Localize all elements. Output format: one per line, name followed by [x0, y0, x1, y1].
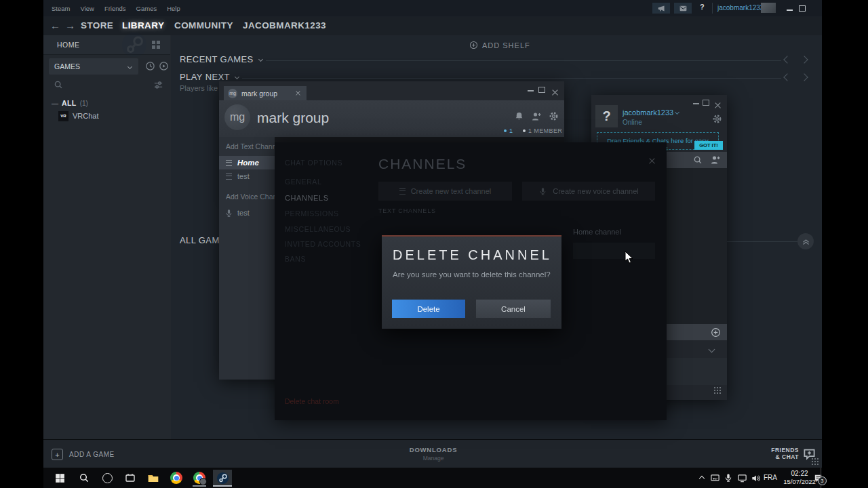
- file-explorer-button[interactable]: [145, 470, 161, 486]
- group-avatar[interactable]: mg: [224, 104, 250, 130]
- steam-taskbar-button[interactable]: [213, 470, 232, 486]
- shelf-play-next[interactable]: PLAY NEXT: [180, 72, 239, 82]
- chrome-profile-button[interactable]: [191, 470, 208, 486]
- settings-nav-chat-options[interactable]: CHAT OPTIONS: [285, 159, 342, 167]
- shelf-next-icon[interactable]: [800, 56, 808, 63]
- tab-profile[interactable]: JACOBMARK1233: [243, 20, 326, 30]
- create-voice-channel-button[interactable]: Create new voice channel: [522, 182, 655, 201]
- close-tab-icon[interactable]: [296, 91, 300, 96]
- member-count-text: 1 MEMBER: [528, 127, 562, 134]
- filter-icon[interactable]: [153, 80, 163, 90]
- voice-channel-test[interactable]: test: [219, 206, 275, 220]
- channel-home[interactable]: Home: [219, 156, 275, 169]
- tab-store[interactable]: STORE: [81, 20, 113, 30]
- menu-view[interactable]: View: [80, 5, 94, 12]
- delete-button[interactable]: Delete: [392, 300, 465, 318]
- friends-username[interactable]: jacobmark1233: [623, 108, 679, 117]
- scroll-to-top-button[interactable]: [797, 233, 814, 249]
- home-channel-dropdown[interactable]: [573, 243, 655, 259]
- close-button[interactable]: [715, 102, 721, 108]
- search-input[interactable]: [66, 79, 149, 91]
- maximize-button[interactable]: [703, 100, 709, 106]
- minimize-button[interactable]: [693, 103, 699, 104]
- tab-library[interactable]: LIBRARY: [122, 20, 164, 30]
- delete-chat-room-link[interactable]: Delete chat room: [285, 397, 339, 405]
- add-text-channel-button[interactable]: Add Text Channel: [226, 142, 275, 150]
- tray-volume[interactable]: [747, 470, 764, 486]
- chevron-down-icon[interactable]: [709, 346, 715, 353]
- resize-grip[interactable]: [811, 458, 819, 466]
- add-game-button[interactable]: + ADD A GAME: [52, 449, 115, 460]
- notification-badge: 3: [818, 476, 827, 485]
- settings-nav-general[interactable]: GENERAL: [285, 178, 321, 186]
- settings-nav-bans[interactable]: BANS: [285, 255, 306, 263]
- chrome-button[interactable]: [168, 470, 184, 486]
- friends-chat-button[interactable]: FRIENDS & CHAT: [754, 447, 799, 460]
- menu-games[interactable]: Games: [136, 5, 157, 12]
- ready-to-play-icon[interactable]: [159, 61, 169, 71]
- settings-nav-invited-accounts[interactable]: INVITED ACCOUNTS: [285, 240, 361, 248]
- add-voice-channel-button[interactable]: Add Voice Channel: [226, 192, 275, 201]
- mail-button[interactable]: [674, 3, 692, 14]
- collections-dropdown[interactable]: GAMES: [49, 58, 138, 75]
- create-text-channel-button[interactable]: Create new text channel: [378, 182, 512, 201]
- add-friend-icon[interactable]: [710, 155, 721, 165]
- downloads-status[interactable]: DOWNLOADS Manage: [403, 446, 464, 462]
- mouse-cursor: [625, 251, 634, 264]
- home-row[interactable]: HOME: [43, 35, 170, 55]
- menu-help[interactable]: Help: [167, 5, 180, 12]
- cortana-button[interactable]: [99, 470, 115, 486]
- vrchat-game-icon: VR: [58, 111, 68, 121]
- shelf-prev-icon[interactable]: [783, 56, 791, 63]
- maximize-button[interactable]: [538, 87, 545, 93]
- menu-steam[interactable]: Steam: [52, 5, 70, 12]
- settings-nav-permissions[interactable]: PERMISSIONS: [285, 209, 339, 218]
- menu-friends[interactable]: Friends: [104, 5, 126, 12]
- add-shelf-button[interactable]: ADD SHELF: [469, 41, 530, 49]
- collection-all-label: ALL: [62, 99, 77, 107]
- search-icon[interactable]: [693, 155, 703, 165]
- friends-label2: & CHAT: [754, 453, 799, 460]
- cancel-button[interactable]: Cancel: [476, 300, 551, 318]
- taskbar-search-button[interactable]: [76, 470, 92, 486]
- help-button[interactable]: ?: [700, 3, 705, 11]
- chat-settings-gear-icon[interactable]: [549, 111, 559, 121]
- gear-icon[interactable]: [712, 114, 722, 124]
- invite-friend-icon[interactable]: [531, 111, 542, 122]
- start-button[interactable]: [52, 470, 68, 486]
- shelf-recent-games[interactable]: RECENT GAMES: [180, 54, 262, 64]
- task-view-button[interactable]: [122, 470, 138, 486]
- plus-circle-icon[interactable]: [711, 327, 721, 338]
- shelf-prev-icon[interactable]: [783, 73, 791, 81]
- monitor-icon: [737, 473, 747, 483]
- minimize-button[interactable]: [528, 90, 534, 92]
- close-settings-icon[interactable]: [649, 158, 655, 164]
- announcements-button[interactable]: [652, 3, 670, 14]
- settings-nav-miscellaneous[interactable]: MISCELLANEOUS: [285, 225, 351, 233]
- back-button[interactable]: ←: [50, 20, 60, 31]
- chat-tab[interactable]: mg mark group: [224, 86, 307, 100]
- maximize-button[interactable]: [799, 5, 806, 12]
- close-button[interactable]: [552, 89, 558, 96]
- grid-view-icon[interactable]: [151, 39, 161, 50]
- notifications-bell-icon[interactable]: [514, 111, 524, 121]
- action-center-button[interactable]: 3: [810, 470, 826, 486]
- collapse-icon: —: [52, 100, 58, 107]
- collection-all[interactable]: — ALL (1): [52, 98, 88, 108]
- tab-community[interactable]: COMMUNITY: [174, 20, 233, 30]
- channel-test[interactable]: test: [219, 169, 275, 183]
- friends-avatar[interactable]: ?: [595, 105, 618, 127]
- shelf-next-icon[interactable]: [800, 73, 808, 81]
- settings-nav-channels[interactable]: CHANNELS: [285, 194, 329, 202]
- language-indicator[interactable]: FRA: [764, 474, 777, 481]
- got-it-button[interactable]: GOT IT!: [694, 141, 723, 150]
- avatar[interactable]: [761, 3, 776, 13]
- resize-grip[interactable]: [713, 386, 722, 394]
- recent-icon[interactable]: [145, 61, 155, 71]
- tray-expand-icon[interactable]: [699, 476, 705, 481]
- text-channel-icon: [226, 160, 232, 166]
- show-desktop-divider[interactable]: [821, 468, 821, 488]
- sidebar-item-vrchat[interactable]: VR VRChat: [43, 110, 170, 122]
- minimize-button[interactable]: [787, 9, 793, 11]
- forward-button[interactable]: →: [65, 20, 75, 31]
